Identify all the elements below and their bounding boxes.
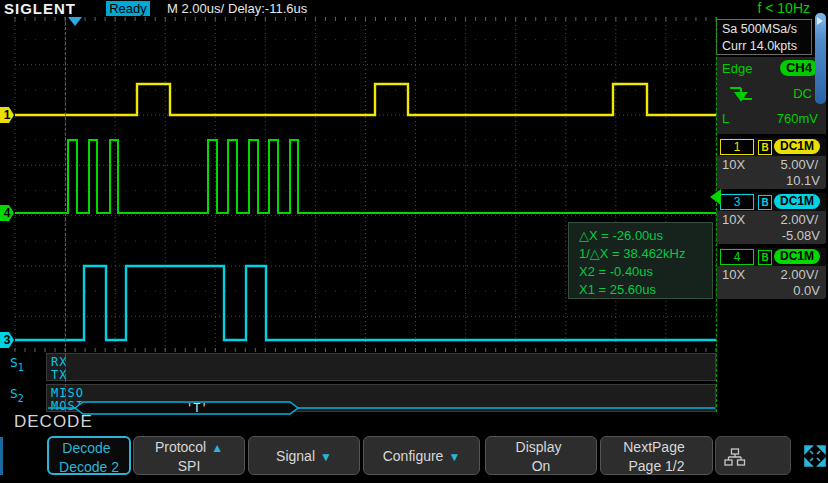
trigger-position-marker[interactable] [68,17,82,26]
inverse-delta-x-readout: 1/△X = 38.462kHz [579,245,712,263]
cursor-x2[interactable] [65,17,66,412]
cursor-x1[interactable] [716,17,717,412]
decoded-byte-value: 'T' [186,401,208,415]
delta-x-readout: △X = -26.00us [579,227,712,245]
cursor-readout-box: △X = -26.00us 1/△X = 38.462kHz X2 = -0.4… [568,222,713,299]
x2-readout: X2 = -0.40us [579,263,712,281]
trigger-level-marker[interactable] [710,189,721,205]
x1-readout: X1 = 25.60us [579,281,712,299]
oscilloscope-screen: SIGLENT Ready M 2.00us/ Delay:-11.6us f … [0,0,828,483]
